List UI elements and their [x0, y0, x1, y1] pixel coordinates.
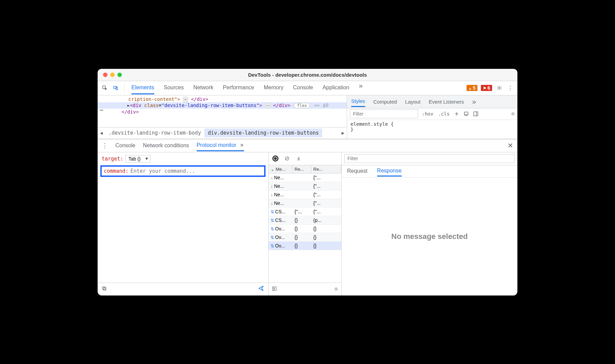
drawer-kebab-icon[interactable]: ⋮	[102, 142, 108, 149]
settings-icon[interactable]	[496, 84, 503, 92]
col-request[interactable]: Re...	[292, 165, 311, 173]
tab-memory[interactable]: Memory	[264, 82, 284, 94]
protocol-command-panel: target: Tab () command:	[98, 152, 268, 295]
drawer-tab-protocol-monitor[interactable]: Protocol monitor ✕	[197, 140, 244, 151]
send-icon[interactable]	[258, 285, 264, 293]
dom-line-selected[interactable]: ▸<div class="devsite-landing-row-item-bu…	[98, 102, 347, 109]
command-row: command:	[100, 165, 266, 177]
scrollbar-dot	[334, 287, 338, 291]
detail-empty-state: No message selected	[342, 178, 517, 295]
more-tabs-icon[interactable]: »	[472, 98, 476, 106]
drawer-tabs: ⋮ Console Network conditions Protocol mo…	[98, 139, 517, 152]
dom-tree[interactable]: ⋯ cription-content"> ⋯ </div> ▸<div clas…	[98, 95, 347, 127]
copy-icon[interactable]	[102, 286, 107, 292]
scrollbar-dot	[511, 112, 515, 116]
tab-elements[interactable]: Elements	[131, 82, 154, 94]
dom-breadcrumb: ◀ .devsite-landing-row-item-body div.dev…	[98, 127, 347, 139]
close-window-button[interactable]	[103, 73, 108, 77]
table-row[interactable]: Ov...{}{}	[269, 242, 341, 250]
tab-event-listeners[interactable]: Event Listeners	[429, 97, 464, 107]
computed-sidebar-icon[interactable]	[472, 110, 479, 117]
warning-icon	[469, 85, 472, 91]
maximize-window-button[interactable]	[117, 73, 122, 77]
main-toolbar: Elements Sources Network Performance Mem…	[98, 81, 517, 95]
breadcrumb-right-icon[interactable]: ▶	[339, 130, 347, 136]
svg-line-10	[286, 157, 288, 160]
tab-sources[interactable]: Sources	[164, 82, 184, 94]
detail-filter-row	[342, 152, 517, 165]
protocol-filter-input[interactable]	[344, 154, 515, 163]
collapsed-icon[interactable]: ⋯	[265, 103, 270, 108]
style-rule-close: }	[351, 127, 514, 132]
drawer-tab-network-conditions[interactable]: Network conditions	[143, 140, 189, 151]
breadcrumb-item-selected[interactable]: div.devsite-landing-row-item-buttons	[204, 128, 322, 137]
flex-badge[interactable]: flex	[294, 103, 310, 108]
divider	[124, 84, 125, 92]
dom-tree-pane: ⋯ cription-content"> ⋯ </div> ▸<div clas…	[98, 95, 347, 139]
clear-icon[interactable]	[284, 155, 290, 162]
toolbar-right: 5 6 ⋮	[467, 84, 514, 92]
breadcrumb-left-icon[interactable]: ◀	[98, 130, 105, 136]
dom-line[interactable]: </div>	[98, 109, 347, 115]
titlebar: DevTools - developer.chrome.com/docs/dev…	[98, 69, 517, 81]
col-response[interactable]: Re...	[311, 165, 341, 173]
tab-layout[interactable]: Layout	[405, 97, 420, 107]
tab-response[interactable]: Response	[377, 166, 402, 177]
tab-network[interactable]: Network	[193, 82, 213, 94]
table-row[interactable]: Ne...{"...	[269, 182, 341, 191]
tab-application[interactable]: Application	[323, 82, 349, 94]
device-toolbar-icon[interactable]	[112, 84, 119, 92]
detail-tabs: Request Response	[342, 165, 517, 178]
table-row[interactable]: Ne...{"...	[269, 173, 341, 182]
command-input[interactable]	[130, 168, 262, 174]
style-rule-open: element.style {	[351, 121, 514, 127]
tab-console[interactable]: Console	[293, 82, 313, 94]
svg-rect-4	[464, 112, 468, 115]
protocol-table-body: Ne...{"...Ne...{"...Ne...{"...Ne...{"...…	[269, 173, 341, 250]
tab-styles[interactable]: Styles	[351, 96, 365, 107]
minimize-window-button[interactable]	[110, 73, 115, 77]
collapsed-icon[interactable]: ⋯	[183, 97, 188, 102]
close-tab-icon[interactable]: ✕	[240, 142, 244, 148]
window-controls	[103, 73, 122, 77]
col-method[interactable]: ⌄ Me...	[269, 165, 292, 173]
protocol-detail-panel: Request Response No message selected	[342, 152, 517, 295]
kebab-menu-icon[interactable]: ⋮	[506, 84, 514, 92]
flexbox-editor-icon[interactable]	[463, 110, 470, 117]
close-drawer-icon[interactable]: ✕	[507, 141, 513, 150]
target-select[interactable]: Tab ()	[125, 155, 151, 163]
save-icon[interactable]	[295, 155, 302, 162]
warning-badge[interactable]: 5	[467, 85, 478, 91]
breadcrumb-item[interactable]: .devsite-landing-row-item-body	[105, 128, 204, 137]
inspect-element-icon[interactable]	[101, 84, 109, 92]
protocol-toolbar	[269, 152, 341, 165]
collapse-panel-icon[interactable]	[272, 286, 277, 292]
table-row[interactable]: Ne...{"...	[269, 191, 341, 199]
tab-performance[interactable]: Performance	[223, 82, 254, 94]
svg-rect-5	[474, 112, 478, 116]
dom-line[interactable]: cription-content"> ⋯ </div>	[98, 96, 347, 102]
main-panel-tabs: Elements Sources Network Performance Mem…	[131, 82, 363, 94]
command-footer	[98, 283, 268, 295]
elements-panel: ⋯ cription-content"> ⋯ </div> ▸<div clas…	[98, 95, 517, 139]
record-icon[interactable]	[272, 155, 279, 162]
table-row[interactable]: Ov...{}{}	[269, 225, 341, 233]
styles-tabs: Styles Computed Layout Event Listeners »	[347, 95, 517, 108]
command-label: command:	[104, 168, 128, 174]
hov-toggle[interactable]: :hov	[421, 111, 434, 117]
table-row[interactable]: Ne...{"...	[269, 199, 341, 208]
styles-body[interactable]: element.style { }	[347, 120, 517, 134]
dom-tree-ellipsis: ⋯	[100, 106, 104, 113]
more-tabs-icon[interactable]: »	[359, 82, 362, 94]
table-row[interactable]: Ov...{}{}	[269, 233, 341, 242]
styles-filter-input[interactable]	[350, 109, 418, 118]
styles-toolbar: :hov .cls	[347, 108, 517, 120]
error-badge[interactable]: 6	[481, 85, 492, 91]
new-style-rule-icon[interactable]	[453, 110, 460, 117]
drawer-tab-console[interactable]: Console	[115, 140, 135, 151]
tab-request[interactable]: Request	[347, 166, 368, 176]
tab-computed[interactable]: Computed	[373, 97, 397, 107]
table-row[interactable]: CS...{}(p...	[269, 216, 341, 225]
table-row[interactable]: CS...{"...{"...	[269, 208, 341, 216]
cls-toggle[interactable]: .cls	[437, 111, 451, 117]
